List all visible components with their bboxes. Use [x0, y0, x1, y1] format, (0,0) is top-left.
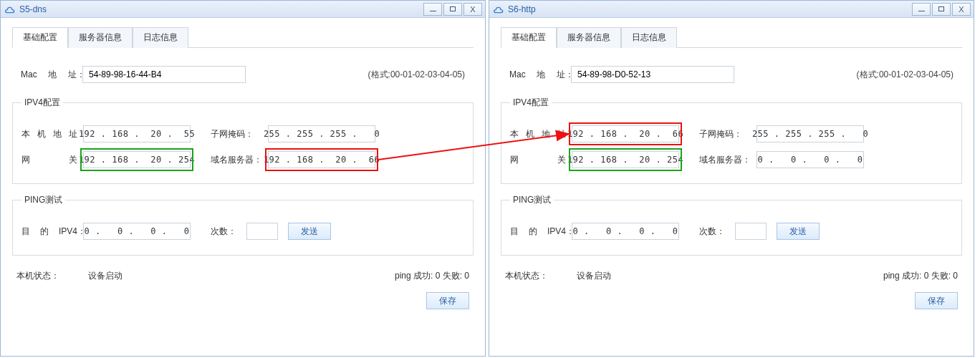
- field-label: 网关: [21, 154, 77, 166]
- save-row: 保存: [501, 292, 962, 309]
- close-button[interactable]: X: [952, 3, 971, 16]
- mac-section: Mac地址：(格式:00-01-02-03-04-05): [12, 59, 474, 90]
- save-button[interactable]: 保存: [426, 292, 469, 309]
- window-title: S6-http: [508, 4, 536, 14]
- tab[interactable]: 日志信息: [621, 27, 677, 48]
- ping-result: ping 成功: 0 失败: 0: [395, 270, 469, 282]
- ipv4-legend: IPV4配置: [21, 97, 63, 109]
- send-button[interactable]: 发送: [288, 223, 331, 240]
- count-label: 次数：: [699, 226, 735, 238]
- status-value: 设备启动: [88, 270, 123, 282]
- mac-label: Mac地址: [21, 69, 77, 81]
- local_ip-input[interactable]: 192 . 168 . 20 . 66: [572, 125, 679, 142]
- cloud-icon: [492, 4, 504, 15]
- netmask-input[interactable]: 255 . 255 . 255 . 0: [268, 125, 375, 142]
- field-label: 本机地址: [510, 128, 566, 140]
- ipv4-section: IPV4配置本机地址：192 . 168 . 20 . 66子网掩码：255 .…: [501, 97, 962, 184]
- status-bar: 本机状态：设备启动ping 成功: 0 失败: 0: [12, 270, 474, 282]
- maximize-button[interactable]: [932, 3, 951, 16]
- mac-format-hint: (格式:00-01-02-03-04-05): [368, 69, 465, 81]
- maximize-button[interactable]: [443, 3, 462, 16]
- dest-ip-label: 目的IPV4: [21, 226, 77, 238]
- status-label: 本机状态：: [16, 270, 59, 282]
- ping-section: PING测试目的IPV4：0 . 0 . 0 . 0次数：发送: [12, 194, 474, 256]
- dns-input[interactable]: 0 . 0 . 0 . 0: [756, 151, 864, 168]
- ipv4-section: IPV4配置本机地址：192 . 168 . 20 . 55子网掩码：255 .…: [12, 97, 474, 184]
- dest-ip-input[interactable]: 0 . 0 . 0 . 0: [83, 223, 191, 240]
- count-input[interactable]: [735, 223, 767, 240]
- titlebar: S6-httpX: [489, 1, 974, 18]
- send-button[interactable]: 发送: [777, 223, 820, 240]
- mac-label: Mac地址: [509, 69, 565, 81]
- dns-input[interactable]: 192 . 168 . 20 . 66: [268, 151, 375, 168]
- app-window: S5-dnsX基础配置服务器信息日志信息Mac地址：(格式:00-01-02-0…: [0, 0, 486, 357]
- count-label: 次数：: [211, 226, 246, 238]
- mac-input[interactable]: [82, 66, 246, 83]
- minimize-button[interactable]: [423, 3, 442, 16]
- count-input[interactable]: [246, 223, 278, 240]
- close-button[interactable]: X: [463, 3, 482, 16]
- status-label: 本机状态：: [505, 270, 548, 282]
- status-bar: 本机状态：设备启动ping 成功: 0 失败: 0: [501, 270, 962, 282]
- tab[interactable]: 服务器信息: [68, 27, 133, 48]
- tab-bar: 基础配置服务器信息日志信息: [12, 26, 474, 48]
- ping-result: ping 成功: 0 失败: 0: [883, 270, 958, 282]
- gateway-input[interactable]: 192 . 168 . 20 . 254: [572, 151, 679, 168]
- ping-section: PING测试目的IPV4：0 . 0 . 0 . 0次数：发送: [501, 194, 962, 256]
- dest-ip-input[interactable]: 0 . 0 . 0 . 0: [572, 223, 679, 240]
- status-value: 设备启动: [577, 270, 611, 282]
- save-button[interactable]: 保存: [915, 292, 958, 309]
- mac-section: Mac地址：(格式:00-01-02-03-04-05): [501, 59, 962, 90]
- field-label: 域名服务器：: [699, 154, 756, 166]
- field-label: 网关: [510, 154, 566, 166]
- field-label: 域名服务器：: [211, 154, 268, 166]
- save-row: 保存: [12, 292, 474, 309]
- window-content: 基础配置服务器信息日志信息Mac地址：(格式:00-01-02-03-04-05…: [489, 18, 974, 356]
- field-label: 本机地址: [21, 128, 77, 140]
- tab[interactable]: 日志信息: [133, 27, 188, 48]
- tab[interactable]: 基础配置: [12, 27, 68, 48]
- local_ip-input[interactable]: 192 . 168 . 20 . 55: [83, 125, 191, 142]
- mac-input[interactable]: [571, 66, 734, 83]
- tab-bar: 基础配置服务器信息日志信息: [501, 26, 962, 48]
- netmask-input[interactable]: 255 . 255 . 255 . 0: [756, 125, 864, 142]
- cloud-icon: [4, 4, 15, 15]
- ipv4-legend: IPV4配置: [510, 97, 552, 109]
- tab[interactable]: 基础配置: [501, 27, 557, 48]
- minimize-button[interactable]: [912, 3, 931, 16]
- window-content: 基础配置服务器信息日志信息Mac地址：(格式:00-01-02-03-04-05…: [1, 18, 485, 356]
- ping-legend: PING测试: [510, 194, 554, 206]
- dest-ip-label: 目的IPV4: [510, 226, 566, 238]
- titlebar: S5-dnsX: [1, 1, 485, 18]
- field-label: 子网掩码：: [211, 128, 268, 140]
- window-title: S5-dns: [19, 4, 47, 14]
- ping-legend: PING测试: [21, 194, 65, 206]
- gateway-input[interactable]: 192 . 168 . 20 . 254: [83, 151, 191, 168]
- mac-format-hint: (格式:00-01-02-03-04-05): [857, 69, 953, 81]
- app-window: S6-httpX基础配置服务器信息日志信息Mac地址：(格式:00-01-02-…: [489, 0, 974, 357]
- field-label: 子网掩码：: [699, 128, 756, 140]
- tab[interactable]: 服务器信息: [557, 27, 621, 48]
